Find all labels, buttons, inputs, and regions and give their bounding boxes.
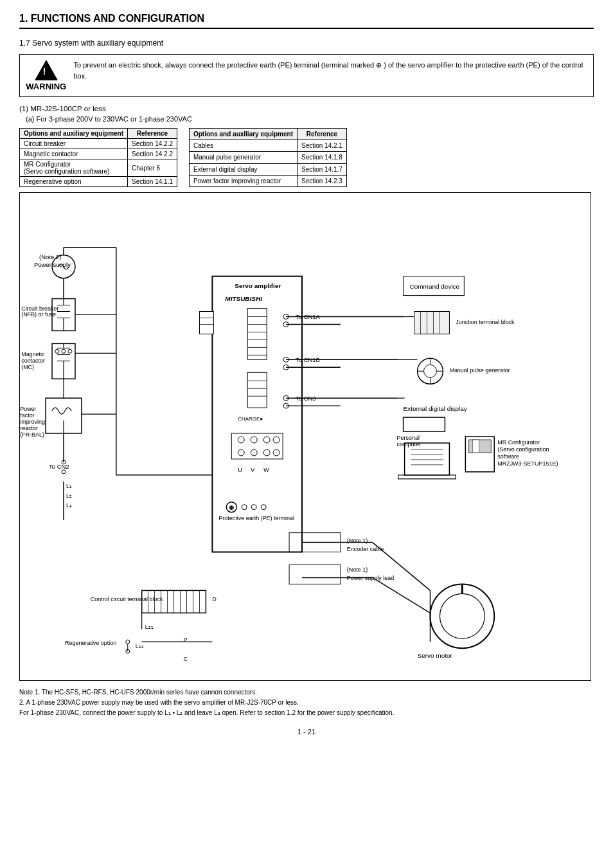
table-right-row1-col1: Cables	[189, 140, 297, 152]
svg-point-115	[440, 593, 484, 638]
table-left-row2-col2: Section 14.2.2	[128, 149, 177, 159]
section-title: 1.7 Servo system with auxiliary equipmen…	[19, 39, 594, 48]
table-area: Options and auxiliary equipment Referenc…	[19, 128, 594, 187]
table-left-header-2: Reference	[128, 129, 177, 139]
svg-rect-101	[405, 443, 450, 475]
note2-label: (Note 2)	[39, 253, 61, 260]
page-title: 1. FUNCTIONS AND CONFIGURATION	[19, 13, 594, 29]
warning-box: WARNING To prevent an electric shock, al…	[19, 54, 594, 97]
warning-label: WARNING	[26, 82, 66, 91]
pe-terminal-label: Protective earth (PE) terminal	[218, 515, 294, 521]
svg-point-33	[62, 470, 66, 474]
svg-rect-109	[468, 440, 491, 453]
mitsubishi-label: MITSUBISHI	[225, 295, 262, 302]
manual-pulse-label: Manual pulse generator	[449, 367, 510, 374]
svg-rect-74	[289, 565, 341, 584]
svg-text:reactor: reactor	[20, 425, 38, 431]
regenerative-option-label: Regenerative option	[65, 640, 116, 646]
svg-text:(NFB) or fuse: (NFB) or fuse	[21, 311, 56, 318]
command-device-label: Command device	[410, 283, 460, 290]
warning-text: To prevent an electric shock, always con…	[73, 60, 587, 81]
l11-label: L₁₁	[136, 643, 144, 649]
table-right-row4-col2: Section 14.2.3	[298, 175, 347, 186]
v-label: V	[251, 467, 254, 473]
servo-motor-label: Servo motor	[418, 652, 453, 659]
svg-rect-89	[414, 312, 450, 334]
svg-text:MRZJW3-SETUP151E): MRZJW3-SETUP151E)	[497, 460, 558, 467]
table-left-row3-col2: Chapter 6	[128, 159, 177, 177]
svg-point-85	[126, 640, 130, 644]
table-right-row4-col1: Power factor improving reactor	[189, 175, 297, 186]
diagram-container: (Note 2) Power supply Circuit breaker (N…	[19, 192, 591, 681]
svg-text:factor: factor	[20, 412, 34, 419]
svg-text:L₃: L₃	[66, 502, 72, 509]
svg-text:improving: improving	[20, 419, 45, 425]
personal-computer-label: Personal	[397, 435, 420, 441]
note2: 2. A 1-phase 230VAC power supply may be …	[19, 698, 594, 708]
svg-text:contactor: contactor	[21, 357, 45, 364]
circuit-breaker-label: Circuit breaker	[21, 305, 58, 312]
w-label: W	[263, 467, 269, 473]
table-left-row3-col1: MR Configurator(Servo configuration soft…	[20, 159, 128, 177]
table-left-header-1: Options and auxiliary equipment	[20, 129, 128, 139]
svg-text:software: software	[497, 453, 519, 460]
svg-text:(FR-BAL): (FR-BAL)	[20, 431, 44, 438]
svg-text:To CN2: To CN2	[49, 463, 69, 470]
svg-text:computer: computer	[397, 441, 421, 448]
svg-text:(MC): (MC)	[21, 364, 34, 370]
charge-label: CHARGE●	[238, 416, 263, 422]
l21-label: L₂₁	[145, 624, 154, 630]
svg-text:(Servo configuration: (Servo configuration	[497, 446, 549, 453]
table-left-row1-col2: Section 14.2.2	[128, 139, 177, 149]
warning-icon-area: WARNING	[26, 60, 66, 91]
u-label: U	[238, 467, 242, 473]
subsection1: (1) MR-J2S-100CP or less	[19, 105, 594, 113]
svg-text:L₂: L₂	[66, 493, 72, 499]
svg-text:⊕: ⊕	[229, 504, 234, 511]
power-supply-label: Power supply	[34, 261, 71, 268]
power-supply-lead-label: Power supply lead	[347, 575, 394, 581]
svg-point-95	[424, 365, 437, 377]
c-label: C	[184, 656, 188, 662]
table-left-row4-col1: Regenerative option	[20, 177, 128, 187]
junction-terminal-label: Junction terminal block	[456, 319, 515, 325]
table-left-row1-col1: Circuit breaker	[20, 139, 128, 149]
svg-text:Magnetic: Magnetic	[21, 351, 45, 357]
subsection2: (a) For 3-phase 200V to 230VAC or 1-phas…	[26, 115, 594, 123]
svg-rect-110	[472, 440, 479, 453]
d-label: D	[212, 596, 217, 602]
table-left-row2-col1: Magnetic contactor	[20, 149, 128, 159]
page-number: 1 - 21	[19, 728, 594, 736]
note1: Note 1. The HC-SFS, HC-RFS, HC-UFS 2000r…	[19, 687, 594, 698]
svg-rect-102	[398, 475, 456, 479]
table-right-row1-col2: Section 14.2.1	[298, 140, 347, 152]
table-left-row4-col2: Section 14.1.1	[128, 177, 177, 187]
table-right-header-1: Options and auxiliary equipment	[189, 129, 297, 140]
table-left: Options and auxiliary equipment Referenc…	[19, 128, 177, 187]
svg-rect-100	[404, 417, 445, 431]
table-right-header-2: Reference	[298, 129, 347, 140]
table-right-row2-col2: Section 14.1.8	[298, 152, 347, 163]
svg-rect-39	[199, 312, 213, 334]
control-circuit-label: Control circuit terminal block	[91, 596, 163, 602]
table-right-row3-col2: Section 14.1.7	[298, 163, 347, 175]
note1-pwr-label: (Note 1)	[347, 566, 368, 573]
mr-configurator-label: MR Configurator	[497, 439, 540, 446]
svg-text:Power: Power	[20, 406, 36, 412]
external-display-label: External digital display	[404, 405, 467, 412]
diagram-svg: (Note 2) Power supply Circuit breaker (N…	[20, 193, 591, 680]
table-right-row2-col1: Manual pulse generator	[189, 152, 297, 163]
svg-text:L₁: L₁	[66, 483, 72, 489]
servo-amplifier-label: Servo amplifier	[235, 282, 281, 289]
table-right-row3-col1: External digital display	[189, 163, 297, 175]
notes-section: Note 1. The HC-SFS, HC-RFS, HC-UFS 2000r…	[19, 687, 594, 718]
table-right: Options and auxiliary equipment Referenc…	[189, 128, 347, 187]
note3: For 1-phase 230VAC, connect the power su…	[19, 708, 594, 718]
warning-triangle-icon	[35, 60, 58, 80]
